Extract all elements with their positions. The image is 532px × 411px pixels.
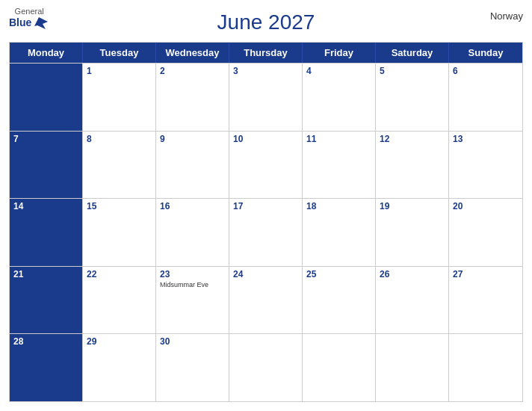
day-cell: 12 (376, 132, 449, 199)
day-cell: 14 (10, 199, 83, 266)
day-cell: 1 (83, 64, 156, 131)
day-number: 8 (87, 134, 92, 144)
day-cell (376, 334, 449, 401)
day-header-saturday: Saturday (376, 43, 449, 63)
logo: General Blue (9, 7, 49, 29)
day-number: 2 (160, 66, 165, 76)
day-number: 20 (453, 201, 463, 211)
day-cell: 15 (83, 199, 156, 266)
day-number: 21 (13, 269, 23, 279)
day-header-monday: Monday (10, 43, 83, 63)
day-number: 29 (87, 336, 96, 347)
day-number: 22 (87, 269, 96, 279)
day-cell: 7 (10, 132, 83, 199)
day-header-sunday: Sunday (449, 43, 522, 63)
day-number: 23 (160, 269, 170, 279)
week-row-4: 282930 (10, 333, 522, 401)
day-cell (10, 64, 83, 131)
day-cell: 20 (449, 199, 522, 266)
country-label: Norway (490, 10, 523, 22)
logo-line1: General (15, 7, 44, 16)
day-number: 25 (306, 269, 316, 279)
day-number: 13 (453, 134, 463, 144)
day-number: 3 (233, 66, 238, 76)
day-cell: 23Midsummar Eve (156, 267, 229, 334)
day-number: 14 (13, 201, 23, 211)
day-header-wednesday: Wednesday (156, 43, 229, 63)
svg-marker-0 (34, 17, 48, 29)
event-label: Midsummar Eve (160, 281, 225, 289)
day-cell: 16 (156, 199, 229, 266)
day-number: 5 (380, 66, 385, 76)
calendar-wrapper: General Blue June 2027 Norway MondayTues… (0, 0, 532, 411)
day-number: 6 (453, 66, 458, 76)
day-cell: 26 (376, 267, 449, 334)
day-cell: 5 (376, 64, 449, 131)
day-cell: 10 (229, 132, 303, 199)
day-cell: 9 (156, 132, 229, 199)
day-number: 30 (160, 336, 170, 347)
day-cell: 27 (449, 267, 522, 334)
logo-bird-icon (33, 16, 49, 29)
day-cell (303, 334, 376, 401)
week-row-3: 212223Midsummar Eve24252627 (10, 266, 522, 334)
week-row-2: 14151617181920 (10, 198, 522, 266)
day-cell (449, 334, 522, 401)
day-number: 27 (453, 269, 463, 279)
day-cell: 21 (10, 267, 83, 334)
day-number: 10 (233, 134, 243, 144)
day-cell: 24 (229, 267, 303, 334)
day-number: 18 (306, 201, 316, 211)
day-number: 15 (87, 201, 96, 211)
day-cell: 29 (83, 334, 156, 401)
day-number: 9 (160, 134, 165, 144)
day-cell: 17 (229, 199, 303, 266)
day-number: 11 (306, 134, 316, 144)
logo-line2: Blue (9, 17, 31, 28)
day-cell: 22 (83, 267, 156, 334)
day-cell: 2 (156, 64, 229, 131)
day-cell: 4 (303, 64, 376, 131)
day-number: 28 (13, 336, 23, 347)
day-number: 26 (380, 269, 389, 279)
day-number: 17 (233, 201, 243, 211)
day-cell: 30 (156, 334, 229, 401)
day-header-thursday: Thursday (229, 43, 303, 63)
day-cell: 18 (303, 199, 376, 266)
day-number: 7 (13, 134, 19, 144)
calendar-grid: MondayTuesdayWednesdayThursdayFridaySatu… (9, 42, 523, 402)
week-row-1: 78910111213 (10, 131, 522, 199)
day-number: 4 (306, 66, 312, 76)
day-cell: 6 (449, 64, 522, 131)
day-header-tuesday: Tuesday (83, 43, 156, 63)
day-cell: 19 (376, 199, 449, 266)
week-row-0: 123456 (10, 63, 522, 131)
day-cell: 8 (83, 132, 156, 199)
day-number: 12 (380, 134, 389, 144)
day-cell: 13 (449, 132, 522, 199)
day-headers-row: MondayTuesdayWednesdayThursdayFridaySatu… (10, 43, 522, 63)
calendar-header: General Blue June 2027 Norway (9, 7, 523, 37)
day-number: 24 (233, 269, 243, 279)
day-number: 1 (87, 66, 92, 76)
calendar-title: June 2027 (217, 10, 315, 34)
day-cell: 11 (303, 132, 376, 199)
day-cell: 25 (303, 267, 376, 334)
day-cell: 28 (10, 334, 83, 401)
day-cell: 3 (229, 64, 303, 131)
day-number: 16 (160, 201, 170, 211)
weeks-container: 1234567891011121314151617181920212223Mid… (10, 63, 522, 401)
day-cell (229, 334, 303, 401)
day-header-friday: Friday (303, 43, 376, 63)
day-number: 19 (380, 201, 389, 211)
